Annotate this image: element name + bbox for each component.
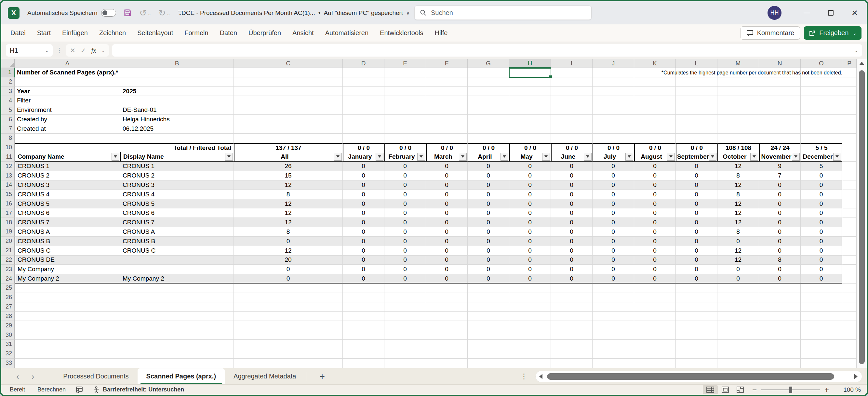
cell-G4[interactable]: [468, 96, 509, 105]
cell-E26[interactable]: [384, 293, 426, 302]
cell-G5[interactable]: [468, 105, 509, 115]
row-header-22[interactable]: 22: [1, 256, 14, 265]
menu-tab-berpr-fen[interactable]: Überprüfen: [248, 29, 281, 37]
status-calculate[interactable]: Berechnen: [37, 386, 66, 393]
cell-B32[interactable]: [120, 349, 234, 359]
cell-A17[interactable]: CRONUS 6: [14, 208, 120, 218]
cell-P13[interactable]: [842, 171, 857, 180]
cell-K14[interactable]: 0: [634, 180, 676, 190]
cell-C24[interactable]: 0: [234, 274, 343, 284]
cell-I11[interactable]: June: [551, 152, 593, 162]
cell-I28[interactable]: [551, 312, 593, 321]
cell-C18[interactable]: 12: [234, 218, 343, 227]
row-header-23[interactable]: 23: [1, 265, 14, 274]
cell-L3[interactable]: [676, 87, 717, 96]
cell-I10[interactable]: 0 / 0: [551, 143, 593, 153]
row-header-1[interactable]: 1: [1, 68, 14, 77]
cell-E21[interactable]: 0: [384, 246, 426, 256]
row-header-30[interactable]: 30: [1, 330, 14, 340]
cell-K20[interactable]: 0: [634, 237, 676, 246]
cell-P4[interactable]: [842, 96, 857, 105]
cell-O22[interactable]: 0: [801, 256, 842, 265]
cell-L14[interactable]: 0: [676, 180, 717, 190]
cell-G22[interactable]: 0: [468, 256, 509, 265]
cell-L26[interactable]: [676, 293, 717, 302]
cell-G8[interactable]: [468, 134, 509, 143]
cell-M14[interactable]: 12: [717, 180, 759, 190]
cell-B17[interactable]: CRONUS 6: [120, 208, 234, 218]
cell-E31[interactable]: [384, 340, 426, 349]
row-header-21[interactable]: 21: [1, 246, 14, 256]
cell-A3[interactable]: Year: [14, 87, 120, 96]
cell-K19[interactable]: 0: [634, 227, 676, 237]
cell-E17[interactable]: 0: [384, 208, 426, 218]
search-input[interactable]: Suchen: [414, 5, 592, 20]
cell-L25[interactable]: [676, 284, 717, 293]
cell-L28[interactable]: [676, 312, 717, 321]
horizontal-scrollbar-thumb[interactable]: [547, 373, 834, 380]
cell-K17[interactable]: 0: [634, 208, 676, 218]
cell-C11[interactable]: All: [234, 152, 343, 162]
cell-A16[interactable]: CRONUS 5: [14, 199, 120, 209]
menu-tab-datei[interactable]: Datei: [10, 29, 26, 37]
cell-J15[interactable]: 0: [593, 190, 634, 199]
cell-I23[interactable]: 0: [551, 265, 593, 274]
cell-D17[interactable]: 0: [343, 208, 384, 218]
cell-P23[interactable]: [842, 265, 857, 274]
cell-F12[interactable]: 0: [426, 162, 468, 171]
cell-N13[interactable]: 7: [759, 171, 801, 180]
row-header-24[interactable]: 24: [1, 274, 14, 284]
cell-G12[interactable]: 0: [468, 162, 509, 171]
cell-C10[interactable]: 137 / 137: [234, 143, 343, 153]
cell-L17[interactable]: 0: [676, 208, 717, 218]
cell-M26[interactable]: [717, 293, 759, 302]
cell-L6[interactable]: [676, 115, 717, 124]
zoom-in-button[interactable]: +: [825, 386, 829, 394]
cell-E3[interactable]: [384, 87, 426, 96]
cell-G23[interactable]: 0: [468, 265, 509, 274]
cell-B12[interactable]: CRONUS 1: [120, 162, 234, 171]
cell-C23[interactable]: 0: [234, 265, 343, 274]
cell-B20[interactable]: CRONUS B: [120, 237, 234, 246]
row-header-16[interactable]: 16: [1, 199, 14, 209]
cell-L15[interactable]: 0: [676, 190, 717, 199]
cell-E18[interactable]: 0: [384, 218, 426, 227]
cell-C19[interactable]: 8: [234, 227, 343, 237]
cell-N21[interactable]: 0: [759, 246, 801, 256]
cell-F25[interactable]: [426, 284, 468, 293]
cell-N26[interactable]: [759, 293, 801, 302]
cell-B27[interactable]: [120, 302, 234, 312]
cell-D6[interactable]: [343, 115, 384, 124]
cell-A4[interactable]: Filter: [14, 96, 120, 105]
cell-H17[interactable]: 0: [509, 208, 551, 218]
cell-J5[interactable]: [593, 105, 634, 115]
cell-K1[interactable]: [634, 68, 676, 77]
cell-N28[interactable]: [759, 312, 801, 321]
cell-E28[interactable]: [384, 312, 426, 321]
cell-I20[interactable]: 0: [551, 237, 593, 246]
cell-L2[interactable]: [676, 77, 717, 87]
column-header-P[interactable]: P: [842, 59, 857, 68]
column-header-N[interactable]: N: [759, 59, 801, 68]
cell-L8[interactable]: [676, 134, 717, 143]
cell-J20[interactable]: 0: [593, 237, 634, 246]
filter-button-june[interactable]: [584, 153, 592, 161]
cell-H24[interactable]: 0: [509, 274, 551, 284]
cell-C7[interactable]: [234, 124, 343, 134]
cell-J14[interactable]: 0: [593, 180, 634, 190]
sheet-tab-processed-documents[interactable]: Processed Documents: [54, 368, 137, 384]
filter-button-august[interactable]: [667, 153, 675, 161]
cell-H29[interactable]: [509, 321, 551, 330]
cell-D4[interactable]: [343, 96, 384, 105]
cell-F6[interactable]: [426, 115, 468, 124]
cell-O21[interactable]: 0: [801, 246, 842, 256]
cell-C14[interactable]: 12: [234, 180, 343, 190]
cell-N3[interactable]: [759, 87, 801, 96]
cell-L22[interactable]: 0: [676, 256, 717, 265]
cell-I12[interactable]: 0: [551, 162, 593, 171]
cell-I13[interactable]: 0: [551, 171, 593, 180]
cell-D10[interactable]: 0 / 0: [343, 143, 384, 153]
accessibility-icon[interactable]: [93, 386, 99, 393]
cell-C28[interactable]: [234, 312, 343, 321]
cell-O31[interactable]: [801, 340, 842, 349]
